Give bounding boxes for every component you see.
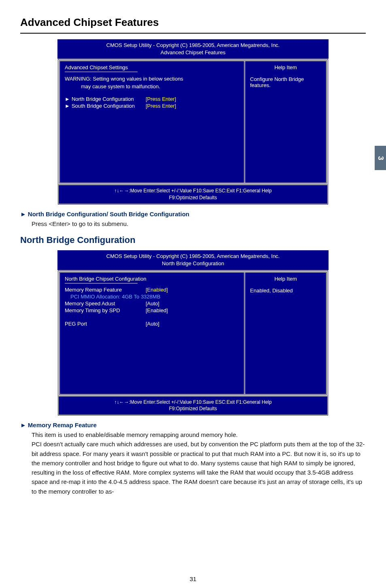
bios-header-line1: CMOS Setup Utility - Copyright (C) 1985-… <box>61 253 325 260</box>
bios-left-header: Advanced Chipset Settings <box>65 64 239 70</box>
subsection-title: Memory Remap Feature <box>28 422 97 428</box>
bios-screenshot-advanced-chipset: CMOS Setup Utility - Copyright (C) 1985-… <box>57 39 329 205</box>
bios-help-title: Help Item <box>250 276 321 282</box>
bios-help-text: Configure North Bridge features. <box>250 76 321 88</box>
bios-header-line2: Advanced Chipset Features <box>61 49 325 56</box>
bios-row-label: ►North Bridge Configuration <box>65 96 146 102</box>
bios-header: CMOS Setup Utility - Copyright (C) 1985-… <box>57 39 329 59</box>
bios-main: Advanced Chipset Settings WARNING: Setti… <box>59 60 327 184</box>
bios-row-label: PEG Port <box>65 321 146 327</box>
page-side-tab-number: 3 <box>376 156 384 160</box>
bios-footer-line1: ↑↓←→:Move Enter:Select +/-/:Value F10:Sa… <box>60 399 326 406</box>
triangle-icon: ► <box>20 211 26 217</box>
page-number: 31 <box>0 575 386 582</box>
triangle-icon: ► <box>65 96 70 102</box>
bios-left-panel: Advanced Chipset Settings WARNING: Setti… <box>60 61 245 183</box>
bios-row-label: PCI MMIO Allocation: 4GB To 3328MB <box>65 294 239 300</box>
subsection-memory-remap: ►Memory Remap Feature <box>20 422 366 428</box>
page-content: Advanced Chipset Features CMOS Setup Uti… <box>0 0 386 496</box>
bios-warning-line2: may cause system to malfunction. <box>65 83 160 89</box>
bios-screenshot-north-bridge: CMOS Setup Utility - Copyright (C) 1985-… <box>57 250 329 416</box>
bios-row-value: [Enabled] <box>146 307 168 313</box>
bios-row-value: [Press Enter] <box>146 103 176 109</box>
bios-row-label: Memory Timing by SPD <box>65 307 146 313</box>
bios-left-panel: North Bridge Chipset Configuration Memor… <box>60 273 245 394</box>
bios-row-value: [Auto] <box>146 300 159 307</box>
subsection-body: Press <Enter> to go to its submenu. <box>32 219 366 228</box>
bios-rule <box>65 283 138 283</box>
bios-frame: North Bridge Chipset Configuration Memor… <box>57 270 329 416</box>
bios-footer-line1: ↑↓←→:Move Enter:Select +/-/:Value F10:Sa… <box>60 187 326 194</box>
bios-rule <box>65 72 138 72</box>
bios-footer: ↑↓←→:Move Enter:Select +/-/:Value F10:Sa… <box>59 395 327 415</box>
bios-help-text: Enabled, Disabled <box>250 288 321 294</box>
bios-row-label: Memory Speed Adust <box>65 300 146 307</box>
bios-header-line1: CMOS Setup Utility - Copyright (C) 1985-… <box>61 42 325 49</box>
section-title: Advanced Chipset Features <box>20 16 366 29</box>
bios-header: CMOS Setup Utility - Copyright (C) 1985-… <box>57 250 329 270</box>
triangle-icon: ► <box>65 103 70 109</box>
triangle-icon: ► <box>20 422 26 428</box>
bios-row-pci-mmio: PCI MMIO Allocation: 4GB To 3328MB <box>65 294 239 300</box>
title-underline <box>20 33 366 34</box>
bios-row-label: Memory Remap Feature <box>65 287 146 293</box>
subsection-body: This item is used to enable/disable memo… <box>32 430 366 496</box>
bios-row-north-bridge: ►North Bridge Configuration [Press Enter… <box>65 96 239 102</box>
subsection-north-south-config: ►North Bridge Configuration/ South Bridg… <box>20 211 366 217</box>
bios-footer: ↑↓←→:Move Enter:Select +/-/:Value F10:Sa… <box>59 184 327 204</box>
bios-row-south-bridge: ►South Bridge Configuration [Press Enter… <box>65 103 239 109</box>
bios-footer-line2: F9:Optimized Defaults <box>60 405 326 412</box>
bios-left-header: North Bridge Chipset Configuration <box>65 276 239 282</box>
bios-row-memory-speed: Memory Speed Adust [Auto] <box>65 300 239 307</box>
page-side-tab: 3 <box>375 146 386 170</box>
bios-right-panel: Help Item Configure North Bridge feature… <box>245 61 326 183</box>
bios-row-peg-port: PEG Port [Auto] <box>65 321 239 327</box>
bios-warning: WARNING: Setting wrong values in below s… <box>65 75 239 90</box>
bios-frame: Advanced Chipset Settings WARNING: Setti… <box>57 59 329 205</box>
bios-header-line2: North Bridge Configuration <box>61 260 325 267</box>
bios-footer-line2: F9:Optimized Defaults <box>60 194 326 201</box>
bios-row-value: [Auto] <box>146 321 159 327</box>
subsection-title: North Bridge Configuration/ South Bridge… <box>28 211 189 217</box>
bios-row-label: ►South Bridge Configuration <box>65 103 146 109</box>
bios-row-memory-timing: Memory Timing by SPD [Enabled] <box>65 307 239 313</box>
bios-help-title: Help Item <box>250 64 321 70</box>
bios-warning-line1: WARNING: Setting wrong values in below s… <box>65 76 183 82</box>
bios-right-panel: Help Item Enabled, Disabled <box>245 273 326 394</box>
bios-main: North Bridge Chipset Configuration Memor… <box>59 271 327 395</box>
bios-row-value: [Enabled] <box>146 287 168 293</box>
bios-row-memory-remap: Memory Remap Feature [Enabled] <box>65 287 239 293</box>
bios-row-spacer <box>65 314 239 320</box>
north-bridge-config-title: North Bridge Configuration <box>20 235 366 245</box>
bios-row-value: [Press Enter] <box>146 96 176 102</box>
